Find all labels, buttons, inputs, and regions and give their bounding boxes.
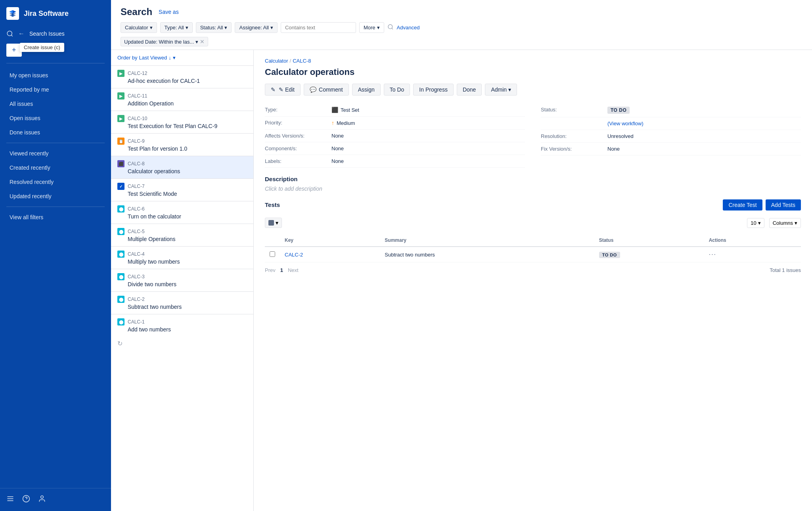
fields-grid: Type: ⬛ Test Set Priority: ↑ Medium [265, 103, 801, 168]
row-checkbox[interactable] [270, 251, 275, 257]
row-summary-cell: Subtract two numbers [380, 247, 594, 262]
issue-item-calc-11[interactable]: ▶ CALC-11 Addition Operation [111, 88, 253, 111]
sidebar-item-my-open-issues[interactable]: My open issues [0, 68, 111, 82]
sidebar-item-resolved-recently[interactable]: Resolved recently [0, 175, 111, 189]
issue-key: CALC-11 [128, 93, 147, 99]
create-test-button[interactable]: Create Test [723, 199, 762, 211]
row-actions-cell: ··· [704, 247, 801, 262]
test-key-link[interactable]: CALC-2 [285, 252, 303, 258]
sidebar-divider-3 [6, 207, 105, 207]
breadcrumb: Calculator / CALC-8 [265, 58, 801, 64]
chevron-down-icon[interactable]: ▾ [173, 55, 176, 61]
table-row: CALC-2 Subtract two numbers TO DO ··· [265, 247, 801, 262]
issue-summary: Calculator operations [117, 168, 247, 174]
dropdown-arrow-icon[interactable]: ▾ [276, 220, 278, 226]
issue-detail-title: Calculator operations [265, 67, 801, 77]
done-button[interactable]: Done [457, 84, 482, 96]
project-filter-button[interactable]: Calculator ▾ [121, 22, 157, 33]
issue-key: CALC-1 [128, 319, 145, 325]
issue-item-calc-6[interactable]: ⬤ CALC-6 Turn on the calculator [111, 201, 253, 224]
drag-handle[interactable]: ⋮ [141, 248, 144, 264]
issue-item-calc-2[interactable]: ⬤ CALC-2 Subtract two numbers [111, 291, 253, 314]
issue-icon-testset: ⬛ [117, 160, 124, 167]
save-as-button[interactable]: Save as [159, 9, 179, 15]
issue-item-calc-10[interactable]: ▶ CALC-10 Test Execution for Test Plan C… [111, 111, 253, 133]
search-icon[interactable] [6, 30, 13, 37]
hamburger-icon[interactable] [6, 495, 14, 505]
contains-text-input[interactable] [281, 22, 356, 33]
sidebar-nav: My open issues Reported by me All issues… [0, 67, 111, 488]
edit-button[interactable]: ✎ ✎ Edit [265, 84, 301, 96]
help-icon[interactable] [22, 495, 30, 505]
issue-item-calc-12[interactable]: ▶ CALC-12 Ad-hoc execution for CALC-1 [111, 65, 253, 88]
issue-summary: Test Execution for Test Plan CALC-9 [117, 123, 247, 129]
status-field: Status: TO DO [541, 103, 801, 117]
key-col-header[interactable]: Key [280, 234, 380, 247]
type-filter-button[interactable]: Type: All ▾ [160, 22, 193, 33]
add-tests-button[interactable]: Add Tests [766, 199, 801, 211]
description-placeholder[interactable]: Click to add description [265, 186, 322, 192]
status-filter-button[interactable]: Status: All ▾ [196, 22, 232, 33]
assign-button[interactable]: Assign [352, 84, 381, 96]
breadcrumb-project[interactable]: Calculator [265, 58, 288, 64]
assignee-filter-button[interactable]: Assignee: All ▾ [235, 22, 277, 33]
columns-chevron-icon: ▾ [795, 220, 797, 226]
select-all-checkbox[interactable] [268, 220, 274, 226]
view-workflow-link[interactable]: (View workflow) [607, 121, 643, 126]
issue-item-calc-5[interactable]: ⬤ CALC-5 Multiple Operations [111, 224, 253, 246]
columns-select[interactable]: Columns ▾ [769, 218, 801, 228]
issue-summary: Multiple Operations [117, 236, 247, 242]
jira-logo [6, 7, 19, 20]
table-body: CALC-2 Subtract two numbers TO DO ··· [265, 247, 801, 262]
sidebar-item-done-issues[interactable]: Done issues [0, 125, 111, 140]
breadcrumb-issue[interactable]: CALC-8 [293, 58, 311, 64]
sidebar-item-updated-recently[interactable]: Updated recently [0, 189, 111, 203]
sidebar-item-all-issues[interactable]: All issues [0, 97, 111, 111]
more-filter-button[interactable]: More ▾ [359, 22, 384, 33]
status-col-header[interactable]: Status [594, 234, 704, 247]
content-area: Order by Last Viewed ↓ ▾ ▶ CALC-12 Ad-ho… [111, 50, 812, 511]
create-btn-row: + Create issue (c) [0, 40, 111, 60]
prev-page-button[interactable]: Prev [265, 267, 276, 273]
issue-item-calc-1[interactable]: ⬤ CALC-1 Add two numbers [111, 314, 253, 337]
detail-actions: ✎ ✎ Edit 💬 Comment Assign To Do In Progr… [265, 84, 801, 96]
sidebar-item-view-all-filters[interactable]: View all filters [0, 210, 111, 224]
table-header: Key Summary Status Actions [265, 234, 801, 247]
sidebar-item-reported-by-me[interactable]: Reported by me [0, 82, 111, 97]
sidebar-item-viewed-recently[interactable]: Viewed recently [0, 146, 111, 161]
comment-button[interactable]: 💬 Comment [304, 84, 349, 96]
back-button[interactable]: ← [18, 30, 25, 37]
filter-search-icon[interactable] [387, 24, 394, 31]
row-actions-menu[interactable]: ··· [709, 251, 716, 258]
remove-filter-button[interactable]: ✕ [200, 38, 205, 45]
sidebar-divider-2 [6, 143, 105, 143]
admin-button[interactable]: Admin ▾ [485, 84, 517, 96]
issue-item-calc-7[interactable]: ✓ CALC-7 Test Scientific Mode [111, 178, 253, 201]
refresh-icon[interactable]: ↻ [111, 337, 253, 350]
per-page-select[interactable]: 10 ▾ [747, 218, 764, 228]
create-issue-button[interactable]: + [6, 44, 22, 57]
issue-item-calc-9[interactable]: 📋 CALC-9 Test Plan for version 1.0 [111, 133, 253, 156]
issue-summary: Subtract two numbers [117, 304, 247, 310]
user-icon[interactable] [38, 495, 46, 505]
row-status-badge: TO DO [599, 252, 620, 258]
summary-col-header[interactable]: Summary [380, 234, 594, 247]
issue-item-calc-8[interactable]: ⬛ CALC-8 Calculator operations [111, 156, 253, 178]
sidebar-item-created-recently[interactable]: Created recently [0, 161, 111, 175]
sidebar-item-open-issues[interactable]: Open issues [0, 111, 111, 125]
issue-summary: Ad-hoc execution for CALC-1 [117, 78, 247, 84]
issue-item-calc-3[interactable]: ⬤ CALC-3 Divide two numbers [111, 269, 253, 291]
issue-icon-testcase: ⬤ [117, 205, 124, 212]
to-do-button[interactable]: To Do [384, 84, 410, 96]
advanced-button[interactable]: Advanced [397, 25, 420, 31]
row-summary: Subtract two numbers [385, 252, 435, 258]
checkbox-dropdown[interactable]: ▾ [265, 218, 282, 228]
in-progress-button[interactable]: In Progress [413, 84, 454, 96]
issue-item-calc-4[interactable]: ⬤ CALC-4 Multiply two numbers [111, 246, 253, 269]
next-page-button[interactable]: Next [288, 267, 299, 273]
type-field: Type: ⬛ Test Set [265, 103, 525, 117]
issue-icon-testcase: ⬤ [117, 228, 124, 235]
order-by-row[interactable]: Order by Last Viewed ↓ ▾ [111, 50, 253, 65]
sidebar: Jira Software ← Search Issues + Create i… [0, 0, 111, 511]
issue-summary: Test Scientific Mode [117, 191, 247, 197]
